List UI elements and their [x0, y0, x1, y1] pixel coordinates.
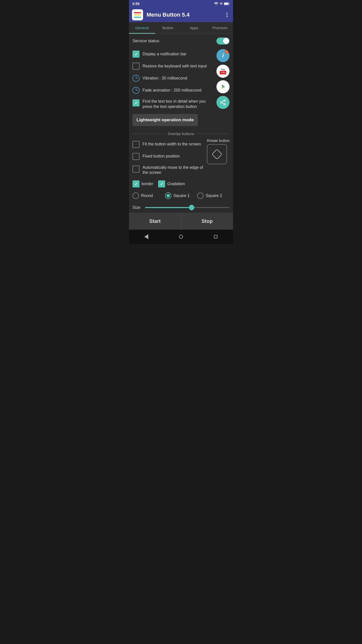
svg-rect-8 [212, 149, 222, 159]
tab-button[interactable]: Button [155, 22, 181, 34]
service-status-toggle[interactable] [216, 37, 230, 45]
find-textbox-row: Find the text box in detail when you pre… [132, 96, 213, 112]
service-status-row: Service status [129, 34, 233, 47]
size-slider[interactable] [145, 205, 230, 210]
fit-button-width-checkbox[interactable] [132, 141, 140, 148]
border-checkbox[interactable] [132, 180, 140, 187]
auto-move-edge-checkbox[interactable] [132, 166, 140, 173]
overlay-section-divider: Overlay buttons [129, 129, 233, 138]
border-label: border [142, 182, 153, 186]
svg-line-6 [222, 103, 224, 104]
restore-keyboard-row: Restore the keyboard with text input [132, 60, 213, 72]
toolbar: Menu Button 5.4 [129, 8, 233, 22]
shape-square1-option[interactable]: Square 1 [165, 192, 197, 199]
toggle-thumb [223, 38, 229, 44]
youtube-app-icon[interactable]: You Tube [216, 65, 230, 78]
side-apps: i 7 You Tube [216, 49, 230, 109]
size-label: Size [132, 205, 142, 210]
restore-keyboard-checkbox[interactable] [132, 63, 140, 70]
auto-move-edge-label: Automatically move to the edge of the sc… [143, 165, 204, 176]
shape-square1-label: Square 1 [173, 193, 190, 198]
slider-fill [145, 207, 192, 208]
start-button[interactable]: Start [129, 213, 181, 230]
fixed-button-position-checkbox[interactable] [132, 153, 140, 160]
info-app-icon[interactable]: i 7 [216, 49, 230, 62]
fade-animation-row: Fade animation : 200 millisecond [132, 84, 213, 96]
size-slider-row: Size [129, 202, 233, 213]
wifi-icon [214, 2, 218, 6]
overlay-options-container: Rotate button Fit the button width to th… [132, 138, 230, 178]
shape-square2-label: Square 2 [206, 193, 222, 198]
shape-round-label: Round [141, 193, 153, 198]
rotate-button-label: Rotate button [207, 138, 230, 143]
overlay-section: Rotate button Fit the button width to th… [129, 138, 233, 202]
rotate-button[interactable] [207, 144, 227, 164]
fit-button-width-row: Fit the button width to the screen [132, 138, 204, 150]
battery-icon [224, 2, 230, 6]
service-status-right [216, 37, 230, 45]
divider-right [197, 134, 230, 134]
back-nav-button[interactable] [141, 232, 151, 242]
divider-left [132, 134, 165, 134]
shape-square2-option[interactable]: Square 2 [197, 192, 230, 199]
fixed-button-position-row: Fixed button position [132, 150, 204, 163]
share-app-icon[interactable] [216, 96, 230, 109]
main-content: Service status i 7 You Tube [129, 34, 233, 230]
display-notification-checkbox[interactable] [132, 51, 140, 58]
gradation-label: Gradation [167, 182, 185, 186]
svg-point-3 [224, 100, 225, 101]
fit-button-width-label: Fit the button width to the screen [143, 142, 201, 147]
recents-icon [214, 235, 217, 238]
play-store-icon[interactable] [216, 80, 230, 93]
auto-move-edge-row: Automatically move to the edge of the sc… [132, 163, 204, 178]
more-vert-icon[interactable] [224, 9, 230, 20]
svg-rect-2 [224, 3, 228, 5]
recents-nav-button[interactable] [211, 232, 221, 242]
shape-round-radio[interactable] [132, 192, 139, 199]
svg-point-4 [220, 102, 222, 103]
rotate-icon [211, 149, 222, 160]
display-notification-label: Display a notification bar [143, 52, 186, 57]
svg-line-7 [222, 101, 224, 102]
shape-round-option[interactable]: Round [132, 192, 165, 199]
shape-square1-radio[interactable] [165, 192, 171, 199]
fixed-button-position-label: Fixed button position [143, 154, 180, 159]
slider-thumb[interactable] [189, 205, 194, 210]
tab-premium[interactable]: Premium [207, 22, 233, 34]
info-badge: 7 [225, 49, 230, 54]
play-triangle-icon [219, 83, 227, 90]
tab-apps[interactable]: Apps [181, 22, 207, 34]
fade-animation-label: Fade animation : 200 millisecond [143, 88, 201, 93]
toolbar-title: Menu Button 5.4 [147, 12, 220, 18]
status-icons [214, 2, 230, 6]
stop-button[interactable]: Stop [181, 213, 233, 230]
gradation-checkbox[interactable] [158, 180, 165, 187]
svg-rect-1 [229, 3, 229, 5]
shape-square2-radio[interactable] [197, 192, 204, 199]
vibration-row: Vibration : 30 millisecond [132, 72, 213, 84]
slider-track [145, 207, 230, 208]
home-icon [179, 235, 183, 239]
overlay-section-label: Overlay buttons [168, 132, 194, 136]
find-textbox-checkbox[interactable] [132, 99, 140, 106]
lightweight-mode-button[interactable]: Lightweight operation mode [132, 114, 198, 126]
display-notification-row: Display a notification bar [132, 48, 213, 60]
action-buttons: Start Stop [129, 213, 233, 230]
service-status-label: Service status [132, 38, 159, 44]
tab-general[interactable]: General [129, 22, 155, 34]
status-time: 0:55 [132, 2, 140, 6]
restore-keyboard-label: Restore the keyboard with text input [143, 64, 207, 69]
nav-bar [129, 230, 233, 244]
shape-options-row: Round Square 1 Square 2 [132, 190, 230, 202]
vibration-label: Vibration : 30 millisecond [143, 76, 187, 81]
back-icon [144, 234, 148, 239]
svg-point-5 [224, 103, 225, 105]
app-icon [132, 9, 143, 20]
border-gradation-row: border Gradation [132, 178, 230, 190]
rotate-button-area: Rotate button [207, 138, 230, 164]
vibration-clock-icon[interactable] [132, 75, 140, 82]
status-bar: 0:55 [129, 0, 233, 8]
fade-animation-clock-icon[interactable] [132, 87, 140, 94]
tab-bar: General Button Apps Premium [129, 22, 233, 34]
home-nav-button[interactable] [176, 232, 186, 242]
